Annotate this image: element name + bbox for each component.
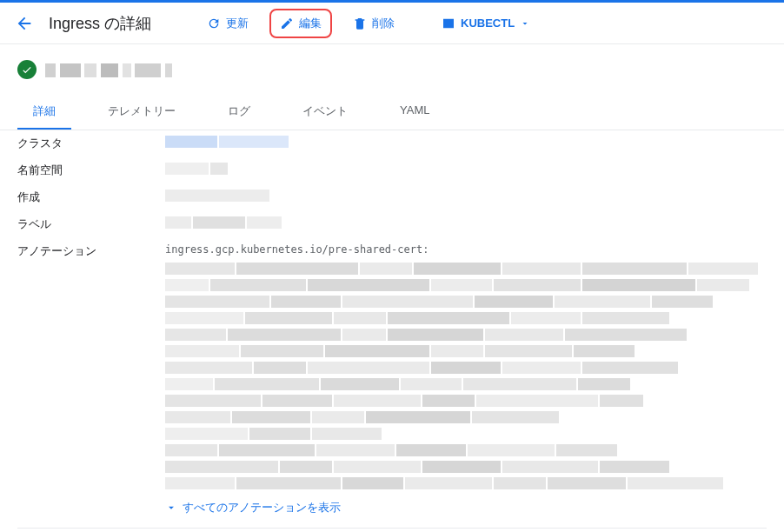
edit-label: 編集: [299, 16, 322, 31]
refresh-button[interactable]: 更新: [198, 10, 257, 37]
section-divider: [17, 528, 767, 529]
arrow-left-icon: [15, 14, 34, 33]
labels-value-redacted: [165, 216, 767, 229]
row-labels: ラベル: [17, 211, 767, 238]
show-all-label: すべてのアノテーションを表示: [183, 500, 341, 515]
page-title: Ingress の詳細: [49, 13, 151, 34]
row-created: 作成: [17, 184, 767, 211]
trash-icon: [353, 17, 367, 30]
tabs-bar: 詳細 テレメトリー ログ イベント YAML: [0, 95, 784, 130]
kubectl-label: KUBECTL: [461, 17, 515, 30]
namespace-label: 名前空間: [17, 163, 165, 178]
row-cluster: クラスタ: [17, 130, 767, 157]
chevron-down-icon: [165, 502, 177, 514]
labels-label: ラベル: [17, 216, 165, 232]
status-ok-icon: [17, 60, 37, 79]
resource-status-row: [0, 44, 784, 88]
row-namespace: 名前空間: [17, 157, 767, 184]
kubectl-button[interactable]: KUBECTL: [433, 11, 539, 36]
namespace-value-redacted: [165, 163, 767, 175]
resource-name-redacted: [45, 63, 173, 76]
cluster-label: クラスタ: [17, 136, 165, 151]
edit-button[interactable]: 編集: [269, 9, 332, 38]
tab-events[interactable]: イベント: [287, 95, 363, 130]
header-bar: Ingress の詳細 更新 編集 削除 KUBECTL: [0, 3, 784, 44]
delete-button[interactable]: 削除: [344, 10, 403, 37]
row-annotations: アノテーション ingress.gcp.kubernetes.io/pre-sh…: [17, 238, 767, 528]
cluster-value-redacted: [165, 136, 767, 148]
tab-detail[interactable]: 詳細: [17, 95, 71, 130]
annotations-label: アノテーション: [17, 243, 165, 259]
refresh-icon: [207, 17, 221, 30]
show-all-annotations-link[interactable]: すべてのアノテーションを表示: [165, 500, 767, 522]
created-value-redacted: [165, 190, 767, 202]
annotation-key: ingress.gcp.kubernetes.io/pre-shared-cer…: [165, 243, 429, 256]
refresh-label: 更新: [226, 16, 249, 31]
dropdown-caret-icon: [520, 18, 530, 29]
details-table: クラスタ 名前空間 作成 ラベル: [0, 130, 784, 528]
terminal-icon: [442, 17, 455, 30]
tab-logs[interactable]: ログ: [212, 95, 266, 130]
pencil-icon: [280, 17, 294, 30]
tab-yaml[interactable]: YAML: [384, 95, 445, 130]
delete-label: 削除: [372, 16, 395, 31]
back-button[interactable]: [10, 10, 38, 37]
tab-telemetry[interactable]: テレメトリー: [92, 95, 191, 130]
created-label: 作成: [17, 190, 165, 205]
annotations-redacted-block: [165, 263, 767, 489]
